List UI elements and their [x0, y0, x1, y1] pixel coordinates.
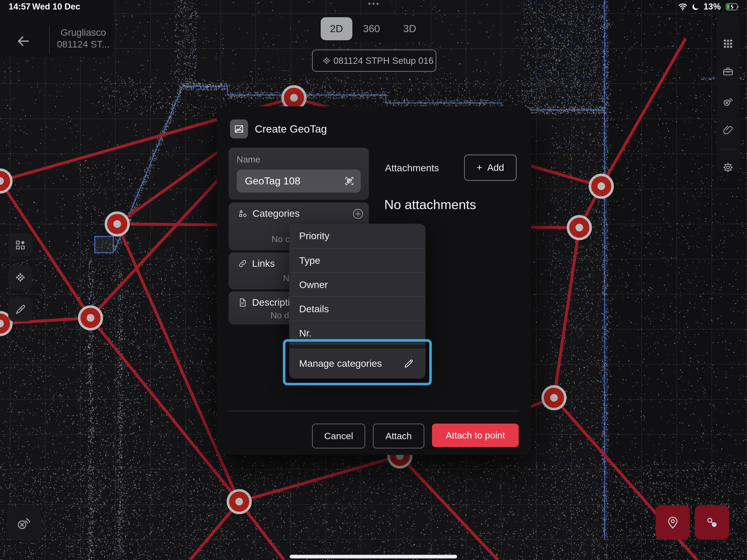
- menu-item-details[interactable]: Details: [289, 297, 426, 321]
- setup-name: 081124 STPH Setup 016: [334, 56, 434, 66]
- menu-section-divider: [289, 345, 426, 349]
- view-mode-switcher: 2D 360 3D: [319, 16, 429, 42]
- battery-percent: 13%: [703, 2, 721, 11]
- pencil-icon: [403, 358, 414, 369]
- battery-charging-icon: [724, 2, 741, 11]
- add-attachment-label: Add: [487, 162, 504, 173]
- image-slash-icon: [234, 124, 244, 134]
- categories-label: Categories: [253, 208, 300, 219]
- menu-item-label: Type: [299, 255, 320, 266]
- wifi-icon: [678, 3, 688, 10]
- divider: [229, 411, 519, 411]
- right-toolbar: [717, 14, 740, 172]
- back-button[interactable]: [14, 32, 32, 50]
- divider: [720, 150, 737, 150]
- add-attachment-button[interactable]: + Add: [464, 155, 517, 181]
- project-title-line2: 081124 ST...: [56, 39, 110, 50]
- categories-icon: [238, 208, 248, 219]
- attach-to-point-button[interactable]: Attach to point: [432, 424, 519, 447]
- name-input[interactable]: GeoTag 108: [237, 170, 361, 193]
- pointcloud-icon: [15, 272, 26, 283]
- cancel-button[interactable]: Cancel: [312, 424, 365, 449]
- link-points-button[interactable]: [695, 505, 729, 539]
- add-category-icon[interactable]: [352, 208, 364, 220]
- menu-item-priority[interactable]: Priority: [289, 224, 426, 248]
- tab-2d[interactable]: 2D: [321, 17, 352, 40]
- menu-item-label: Owner: [299, 279, 328, 290]
- modal-title: Create GeoTag: [255, 123, 327, 135]
- home-indicator[interactable]: [290, 555, 457, 558]
- grid-icon[interactable]: [723, 38, 733, 49]
- tab-3d[interactable]: 3D: [391, 16, 429, 42]
- clock: 14:57: [8, 2, 30, 11]
- attachments-label: Attachments: [385, 162, 439, 174]
- slice-button[interactable]: [8, 297, 32, 322]
- paperclip-icon[interactable]: [723, 124, 733, 135]
- attach-button[interactable]: Attach: [373, 424, 424, 449]
- back-arrow-icon: [14, 32, 32, 50]
- toolbox-icon[interactable]: [723, 66, 733, 77]
- name-label: Name: [237, 155, 260, 164]
- setup-selector-button[interactable]: 081124 STPH Setup 016: [312, 50, 436, 72]
- status-date: Wed 10 Dec: [32, 2, 80, 11]
- plus-icon: +: [476, 162, 482, 173]
- multitask-dots: [368, 3, 379, 5]
- pointcloud-button[interactable]: [8, 265, 32, 289]
- layers-button[interactable]: [8, 233, 32, 257]
- menu-item-label: Priority: [299, 230, 330, 241]
- pointcloud-icon: [322, 56, 331, 66]
- attachments-empty-text: No attachments: [384, 197, 476, 212]
- qr-scan-icon[interactable]: [344, 176, 355, 186]
- name-section: Name GeoTag 108: [229, 148, 369, 200]
- layers-icon: [15, 239, 26, 251]
- menu-item-owner[interactable]: Owner: [289, 272, 426, 297]
- moon-icon: [691, 2, 700, 11]
- geotag-type-button[interactable]: [230, 120, 248, 138]
- app-screen: { "status_bar": { "time": "14:57", "date…: [0, 0, 747, 560]
- menu-item-label: Manage categories: [299, 358, 382, 369]
- tab-360[interactable]: 360: [352, 16, 391, 42]
- location-pin-icon: [666, 515, 680, 530]
- tag-scan-off-button[interactable]: [6, 506, 41, 540]
- document-icon: [238, 298, 248, 307]
- node-link-icon: [705, 515, 719, 530]
- project-title-line1: Grugliasco: [56, 27, 110, 39]
- signal-off-icon[interactable]: [723, 96, 733, 107]
- links-label: Links: [252, 258, 275, 269]
- menu-item-type[interactable]: Type: [289, 248, 426, 273]
- status-icons: 13%: [678, 2, 741, 11]
- divider: [49, 27, 50, 54]
- menu-item-manage-categories[interactable]: Manage categories: [289, 349, 426, 379]
- add-geotag-button[interactable]: [655, 505, 690, 539]
- gear-icon[interactable]: [723, 162, 733, 173]
- menu-item-label: Details: [299, 303, 329, 314]
- category-dropdown-menu: Priority Type Owner Details Nr. Manage c…: [289, 224, 426, 379]
- signal-off-icon: [16, 516, 31, 531]
- scalpel-icon: [15, 304, 26, 315]
- menu-item-label: Nr.: [299, 328, 312, 339]
- link-icon: [238, 259, 248, 269]
- menu-item-nr[interactable]: Nr.: [289, 321, 426, 345]
- name-value: GeoTag 108: [245, 175, 300, 187]
